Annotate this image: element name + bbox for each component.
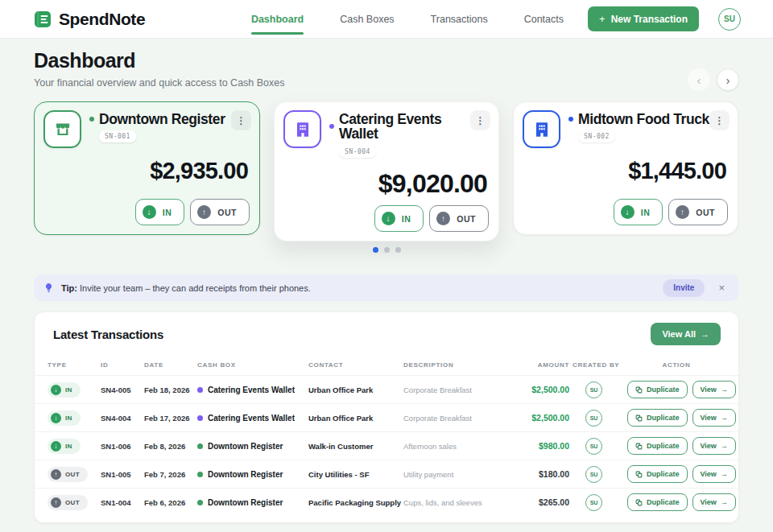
direction-arrow-icon: ↓	[51, 385, 61, 395]
status-dot	[89, 117, 94, 122]
box-color-dot	[197, 500, 203, 505]
card-menu-button[interactable]: ⋮	[709, 110, 730, 130]
view-button[interactable]: View→	[692, 409, 736, 427]
col-cash-box: CASH BOX	[197, 361, 308, 369]
cash-box-card-midtown-food-truck[interactable]: Midtown Food Truck SN-002 ⋮ $1,445.00 ↓ …	[513, 101, 738, 235]
cash-out-button[interactable]: ↑ OUT	[668, 199, 728, 225]
cash-box-card-catering-events-wallet[interactable]: Catering Events Wallet SN-004 ⋮ $9,020.0…	[274, 101, 499, 241]
contact: Urban Office Park	[308, 414, 403, 423]
tip-text: Tip: Invite your team – they can add rec…	[61, 283, 311, 293]
actions-cell: Duplicate View→	[627, 493, 736, 511]
transaction-date: Feb 17, 2026	[144, 414, 197, 423]
top-nav-bar: SpendNote Dashboard Cash Boxes Transacti…	[0, 0, 773, 39]
new-transaction-button[interactable]: + New Transaction	[588, 6, 699, 31]
in-label: IN	[641, 208, 651, 217]
cash-out-button[interactable]: ↑ OUT	[190, 199, 250, 225]
page-title: Dashboard	[34, 49, 739, 72]
out-label: OUT	[457, 214, 476, 224]
type-badge: ↓IN	[48, 439, 81, 454]
duplicate-button[interactable]: Duplicate	[627, 409, 688, 427]
user-avatar[interactable]: SU	[718, 8, 741, 31]
tip-banner: Tip: Invite your team – they can add rec…	[34, 274, 739, 301]
contact: Walk-in Customer	[308, 442, 403, 451]
created-by-cell: SU	[573, 494, 627, 511]
card-menu-button[interactable]: ⋮	[470, 110, 490, 130]
arrow-up-icon: ↑	[436, 212, 450, 225]
cash-box-name: Midtown Food Truck	[578, 112, 709, 126]
box-color-dot	[197, 443, 203, 449]
actions-cell: Duplicate View→	[627, 465, 736, 483]
view-all-button[interactable]: View All →	[651, 323, 721, 345]
arrow-down-icon: ↓	[382, 212, 395, 225]
creator-avatar: SU	[585, 438, 602, 455]
carousel-dot-3[interactable]	[395, 247, 401, 253]
table-header-row: TYPE ID DATE CASH BOX CONTACT DESCRIPTIO…	[35, 354, 738, 375]
direction-arrow-icon: ↓	[51, 441, 61, 452]
view-button[interactable]: View→	[692, 493, 736, 511]
carousel-dot-1[interactable]	[373, 247, 378, 253]
type-badge: ↑OUT	[48, 467, 88, 482]
actions-cell: Duplicate View→	[627, 409, 736, 427]
view-button[interactable]: View→	[692, 437, 736, 455]
cash-in-button[interactable]: ↓ IN	[374, 205, 424, 232]
duplicate-button[interactable]: Duplicate	[627, 493, 688, 511]
description: Corporate Breakfast	[403, 386, 511, 394]
plus-icon: +	[599, 13, 606, 25]
col-amount: AMOUNT	[511, 361, 573, 369]
nav-contacts[interactable]: Contacts	[524, 9, 564, 30]
created-by-cell: SU	[573, 466, 627, 483]
nav-dashboard[interactable]: Dashboard	[251, 9, 304, 30]
type-badge: ↓IN	[48, 410, 81, 426]
card-menu-button[interactable]: ⋮	[231, 110, 251, 130]
new-transaction-label: New Transaction	[611, 14, 688, 25]
amount: $2,500.00	[511, 385, 573, 394]
carousel-nav: ‹ ›	[688, 68, 739, 91]
transaction-date: Feb 18, 2026	[144, 386, 197, 394]
kebab-menu-icon: ⋮	[476, 115, 486, 126]
table-row: ↓IN SN4-004 Feb 17, 2026 Catering Events…	[35, 403, 738, 431]
description: Utility payment	[403, 470, 511, 479]
col-contact: CONTACT	[308, 361, 403, 369]
arrow-right-icon: →	[721, 470, 728, 478]
creator-avatar: SU	[585, 381, 602, 398]
duplicate-button[interactable]: Duplicate	[627, 381, 688, 398]
close-icon[interactable]: ×	[712, 280, 731, 295]
kebab-menu-icon: ⋮	[715, 115, 725, 126]
duplicate-button[interactable]: Duplicate	[627, 437, 688, 455]
carousel-prev-button[interactable]: ‹	[688, 68, 710, 91]
arrow-up-icon: ↑	[197, 205, 211, 219]
serial-badge: SN-004	[339, 146, 376, 158]
creator-avatar: SU	[585, 494, 602, 511]
carousel-dot-2[interactable]	[384, 247, 390, 253]
serial-badge: SN-002	[578, 130, 615, 142]
cash-out-button[interactable]: ↑ OUT	[429, 205, 489, 232]
serial-badge: SN-001	[99, 130, 136, 142]
nav-transactions[interactable]: Transactions	[431, 9, 488, 30]
view-button[interactable]: View→	[692, 465, 736, 483]
arrow-right-icon: →	[721, 442, 728, 450]
invite-button[interactable]: Invite	[663, 279, 705, 297]
cash-box-name: Catering Events Wallet	[339, 112, 477, 142]
arrow-down-icon: ↓	[621, 205, 635, 219]
arrow-up-icon: ↑	[676, 205, 689, 219]
arrow-right-icon: →	[721, 386, 728, 394]
cash-box-carousel: Downtown Register SN-001 ⋮ $2,935.00 ↓ I…	[34, 101, 739, 253]
cash-in-button[interactable]: ↓ IN	[614, 199, 663, 225]
kebab-menu-icon: ⋮	[237, 115, 246, 126]
transaction-date: Feb 8, 2026	[144, 442, 197, 451]
cash-in-button[interactable]: ↓ IN	[135, 199, 185, 225]
actions-cell: Duplicate View→	[627, 381, 736, 398]
out-label: OUT	[696, 208, 715, 217]
description: Cups, lids, and sleeves	[403, 498, 511, 507]
copy-icon	[635, 443, 643, 450]
created-by-cell: SU	[573, 410, 627, 427]
table-row: ↑OUT SN1-004 Feb 6, 2026 Downtown Regist…	[35, 488, 738, 516]
duplicate-button[interactable]: Duplicate	[627, 465, 688, 483]
nav-cash-boxes[interactable]: Cash Boxes	[340, 9, 394, 30]
status-dot	[568, 117, 573, 122]
carousel-next-button[interactable]: ›	[717, 68, 739, 91]
cash-box-card-downtown-register[interactable]: Downtown Register SN-001 ⋮ $2,935.00 ↓ I…	[34, 101, 260, 235]
amount: $180.00	[511, 469, 573, 479]
view-button[interactable]: View→	[692, 381, 736, 398]
carousel-dots	[274, 247, 499, 253]
